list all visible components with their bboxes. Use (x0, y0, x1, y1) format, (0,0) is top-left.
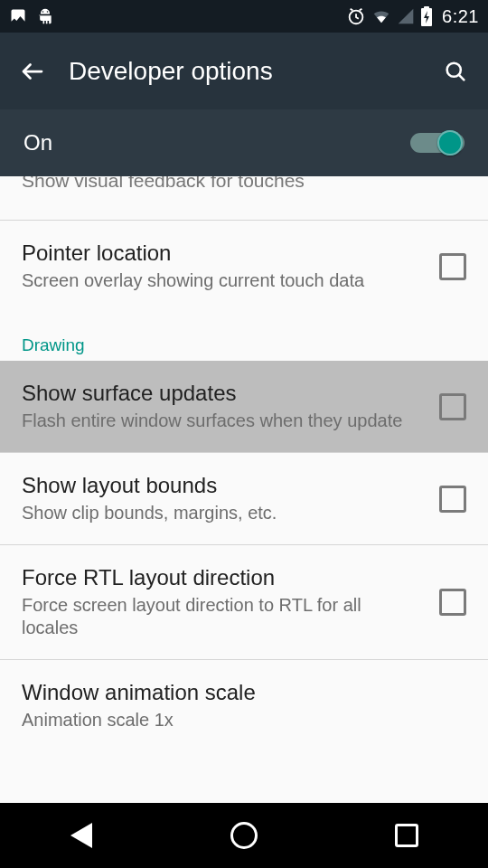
pointer-location-subtitle: Screen overlay showing current touch dat… (22, 269, 421, 292)
svg-point-1 (47, 11, 49, 13)
list-item-pointer-location[interactable]: Pointer location Screen overlay showing … (0, 221, 488, 312)
pointer-location-title: Pointer location (22, 241, 421, 266)
force-rtl-title: Force RTL layout direction (22, 565, 421, 590)
list-item-surface-updates[interactable]: Show surface updates Flash entire window… (0, 361, 488, 452)
back-arrow-icon (19, 58, 46, 85)
master-switch-row[interactable]: On (0, 109, 488, 176)
list-item-show-touches-clipped[interactable]: Show visual feedback for touches (0, 176, 488, 204)
settings-list[interactable]: Show visual feedback for touches Pointer… (0, 176, 488, 803)
svg-point-0 (42, 11, 44, 13)
nav-home-icon (230, 822, 258, 849)
wifi-icon (371, 6, 391, 26)
force-rtl-checkbox[interactable] (439, 589, 466, 616)
nav-bar (0, 803, 488, 868)
status-clock: 6:21 (442, 6, 479, 27)
master-switch-toggle[interactable] (410, 127, 465, 158)
pointer-location-checkbox[interactable] (439, 253, 466, 280)
layout-bounds-checkbox[interactable] (439, 486, 466, 513)
window-anim-title: Window animation scale (22, 680, 448, 705)
page-title: Developer options (58, 57, 430, 86)
list-item-layout-bounds[interactable]: Show layout bounds Show clip bounds, mar… (0, 453, 488, 544)
status-bar: 6:21 (0, 0, 488, 33)
switch-thumb-icon (437, 130, 463, 156)
layout-bounds-title: Show layout bounds (22, 473, 421, 498)
search-button[interactable] (430, 46, 481, 97)
section-header-drawing: Drawing (0, 312, 488, 361)
app-bar: Developer options (0, 33, 488, 109)
alarm-icon (346, 6, 366, 26)
nav-recent-button[interactable] (361, 814, 452, 857)
list-item-force-rtl[interactable]: Force RTL layout direction Force screen … (0, 545, 488, 659)
surface-updates-checkbox[interactable] (439, 393, 466, 420)
surface-updates-subtitle: Flash entire window surfaces when they u… (22, 410, 421, 432)
battery-charging-icon (420, 6, 433, 26)
nav-recent-icon (395, 824, 418, 847)
nav-back-button[interactable] (36, 814, 127, 857)
window-anim-subtitle: Animation scale 1x (22, 709, 448, 731)
layout-bounds-subtitle: Show clip bounds, margins, etc. (22, 502, 421, 524)
back-button[interactable] (7, 46, 58, 97)
cell-signal-icon (397, 7, 415, 25)
nav-home-button[interactable] (199, 814, 289, 857)
android-icon (36, 7, 54, 25)
force-rtl-subtitle: Force screen layout direction to RTL for… (22, 594, 421, 639)
search-icon (443, 59, 468, 84)
svg-rect-4 (424, 6, 429, 9)
surface-updates-title: Show surface updates (22, 381, 421, 406)
master-switch-label: On (23, 130, 52, 156)
list-item-window-anim[interactable]: Window animation scale Animation scale 1… (0, 660, 488, 751)
nav-back-icon (70, 823, 92, 848)
show-touches-subtitle: Show visual feedback for touches (22, 176, 305, 192)
picture-icon (9, 7, 27, 25)
